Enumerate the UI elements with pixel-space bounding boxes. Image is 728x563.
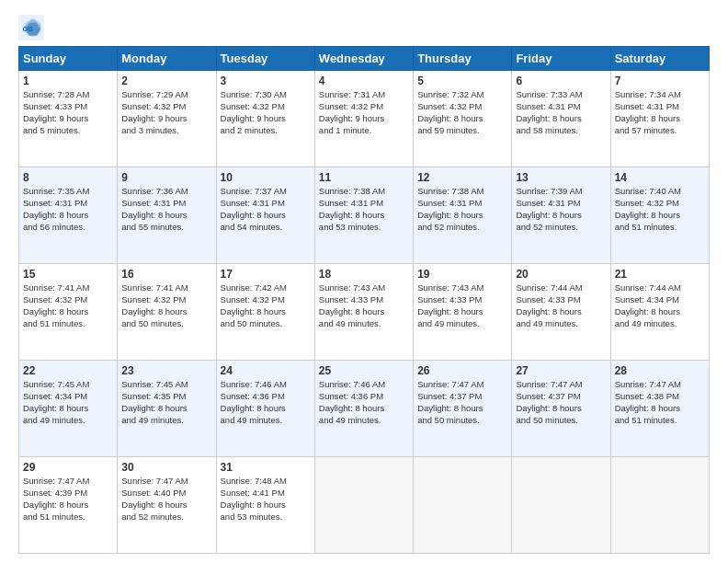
day-info: and 52 minutes. bbox=[121, 511, 184, 522]
calendar-cell: 2Sunrise: 7:29 AMSunset: 4:32 PMDaylight… bbox=[118, 71, 216, 167]
day-info: Sunrise: 7:39 AM bbox=[516, 186, 582, 196]
day-info: Daylight: 8 hours bbox=[121, 306, 187, 316]
day-info: Sunset: 4:33 PM bbox=[319, 294, 383, 304]
day-number: 18 bbox=[319, 267, 409, 282]
day-info: Daylight: 8 hours bbox=[516, 403, 581, 413]
logo: GB bbox=[18, 15, 48, 40]
day-info: Sunset: 4:35 PM bbox=[121, 391, 186, 401]
day-info: Sunrise: 7:48 AM bbox=[221, 476, 287, 486]
col-header-wednesday: Wednesday bbox=[314, 47, 413, 71]
day-info: Sunrise: 7:43 AM bbox=[417, 282, 483, 293]
week-row-2: 8Sunrise: 7:35 AMSunset: 4:31 PMDaylight… bbox=[19, 167, 710, 264]
day-info: Sunset: 4:31 PM bbox=[319, 198, 383, 208]
calendar-cell: 18Sunrise: 7:43 AMSunset: 4:33 PMDayligh… bbox=[314, 264, 413, 361]
day-info: Sunset: 4:32 PM bbox=[221, 294, 285, 304]
day-info: and 51 minutes. bbox=[615, 415, 677, 425]
day-number: 8 bbox=[23, 170, 113, 185]
day-info: Daylight: 8 hours bbox=[319, 306, 384, 316]
logo-icon: GB bbox=[18, 15, 44, 40]
day-info: and 3 minutes. bbox=[121, 125, 178, 135]
day-info: and 49 minutes. bbox=[417, 318, 480, 328]
day-info: and 50 minutes. bbox=[121, 318, 184, 328]
day-info: Sunset: 4:32 PM bbox=[121, 101, 186, 111]
day-info: and 55 minutes. bbox=[121, 222, 184, 232]
day-info: and 49 minutes. bbox=[23, 415, 85, 425]
day-info: Sunset: 4:32 PM bbox=[23, 294, 87, 304]
day-info: and 51 minutes. bbox=[23, 318, 85, 328]
day-info: and 49 minutes. bbox=[121, 415, 184, 425]
day-number: 7 bbox=[615, 74, 705, 88]
calendar-cell: 7Sunrise: 7:34 AMSunset: 4:31 PMDaylight… bbox=[610, 71, 709, 167]
calendar-cell bbox=[610, 457, 709, 554]
day-number: 12 bbox=[417, 170, 507, 185]
calendar-cell: 15Sunrise: 7:41 AMSunset: 4:32 PMDayligh… bbox=[19, 264, 118, 361]
header-row: SundayMondayTuesdayWednesdayThursdayFrid… bbox=[19, 47, 710, 71]
day-info: Sunset: 4:32 PM bbox=[417, 101, 482, 111]
day-number: 5 bbox=[417, 74, 507, 88]
calendar-cell: 19Sunrise: 7:43 AMSunset: 4:33 PMDayligh… bbox=[414, 264, 512, 361]
day-info: Sunrise: 7:46 AM bbox=[221, 379, 287, 389]
day-info: Sunrise: 7:47 AM bbox=[516, 379, 582, 389]
day-info: Daylight: 9 hours bbox=[221, 113, 286, 123]
day-info: Sunset: 4:37 PM bbox=[516, 391, 580, 401]
calendar-cell bbox=[512, 457, 610, 554]
day-info: Daylight: 8 hours bbox=[615, 306, 680, 316]
day-number: 19 bbox=[417, 267, 507, 282]
day-number: 9 bbox=[121, 170, 211, 185]
calendar-cell: 13Sunrise: 7:39 AMSunset: 4:31 PMDayligh… bbox=[512, 167, 610, 264]
svg-text:GB: GB bbox=[22, 25, 33, 33]
day-info: and 52 minutes. bbox=[516, 222, 578, 232]
day-info: Daylight: 8 hours bbox=[417, 306, 483, 316]
calendar-cell: 28Sunrise: 7:47 AMSunset: 4:38 PMDayligh… bbox=[610, 361, 709, 457]
calendar-cell bbox=[314, 457, 413, 554]
day-info: Sunrise: 7:44 AM bbox=[516, 282, 582, 293]
day-info: and 49 minutes. bbox=[615, 318, 677, 328]
day-info: Sunrise: 7:37 AM bbox=[221, 186, 287, 196]
calendar-cell bbox=[414, 457, 512, 554]
day-info: Sunrise: 7:42 AM bbox=[221, 282, 287, 293]
day-info: Sunset: 4:31 PM bbox=[221, 198, 285, 208]
day-info: Daylight: 8 hours bbox=[221, 403, 286, 413]
calendar-cell: 4Sunrise: 7:31 AMSunset: 4:32 PMDaylight… bbox=[314, 71, 413, 167]
day-info: Sunset: 4:31 PM bbox=[516, 101, 580, 111]
day-info: Sunrise: 7:36 AM bbox=[121, 186, 188, 196]
day-info: Sunset: 4:34 PM bbox=[23, 391, 87, 401]
calendar-cell: 17Sunrise: 7:42 AMSunset: 4:32 PMDayligh… bbox=[216, 264, 314, 361]
calendar-cell: 11Sunrise: 7:38 AMSunset: 4:31 PMDayligh… bbox=[314, 167, 413, 264]
day-info: and 59 minutes. bbox=[417, 125, 480, 135]
day-info: and 53 minutes. bbox=[319, 222, 381, 232]
calendar-cell: 20Sunrise: 7:44 AMSunset: 4:33 PMDayligh… bbox=[512, 264, 610, 361]
day-info: and 50 minutes. bbox=[221, 318, 283, 328]
day-number: 1 bbox=[23, 74, 113, 88]
day-info: and 53 minutes. bbox=[221, 511, 283, 522]
day-info: and 58 minutes. bbox=[516, 125, 578, 135]
day-info: Sunrise: 7:45 AM bbox=[121, 379, 188, 389]
calendar-cell: 21Sunrise: 7:44 AMSunset: 4:34 PMDayligh… bbox=[610, 264, 709, 361]
week-row-4: 22Sunrise: 7:45 AMSunset: 4:34 PMDayligh… bbox=[19, 361, 710, 457]
day-info: Daylight: 8 hours bbox=[221, 500, 286, 510]
day-number: 16 bbox=[121, 267, 211, 282]
day-info: Sunset: 4:41 PM bbox=[221, 488, 285, 498]
calendar-cell: 14Sunrise: 7:40 AMSunset: 4:32 PMDayligh… bbox=[610, 167, 709, 264]
day-info: and 49 minutes. bbox=[221, 415, 283, 425]
day-info: and 1 minute. bbox=[319, 125, 372, 135]
day-info: Daylight: 8 hours bbox=[221, 306, 286, 316]
col-header-thursday: Thursday bbox=[414, 47, 512, 71]
day-number: 21 bbox=[615, 267, 705, 282]
day-info: Daylight: 8 hours bbox=[417, 210, 483, 220]
day-number: 23 bbox=[121, 363, 211, 378]
col-header-tuesday: Tuesday bbox=[216, 47, 314, 71]
day-info: Sunrise: 7:38 AM bbox=[319, 186, 385, 196]
week-row-1: 1Sunrise: 7:28 AMSunset: 4:33 PMDaylight… bbox=[19, 71, 710, 167]
calendar-cell: 8Sunrise: 7:35 AMSunset: 4:31 PMDaylight… bbox=[19, 167, 118, 264]
calendar-cell: 25Sunrise: 7:46 AMSunset: 4:36 PMDayligh… bbox=[314, 361, 413, 457]
day-number: 28 bbox=[615, 363, 705, 378]
day-info: Daylight: 8 hours bbox=[121, 403, 187, 413]
day-info: Daylight: 8 hours bbox=[516, 306, 581, 316]
calendar-cell: 6Sunrise: 7:33 AMSunset: 4:31 PMDaylight… bbox=[512, 71, 610, 167]
day-info: Sunset: 4:32 PM bbox=[319, 101, 383, 111]
day-info: Sunrise: 7:38 AM bbox=[417, 186, 483, 196]
day-number: 10 bbox=[221, 170, 311, 185]
day-info: Daylight: 9 hours bbox=[23, 113, 88, 123]
day-info: Sunrise: 7:29 AM bbox=[121, 89, 188, 99]
